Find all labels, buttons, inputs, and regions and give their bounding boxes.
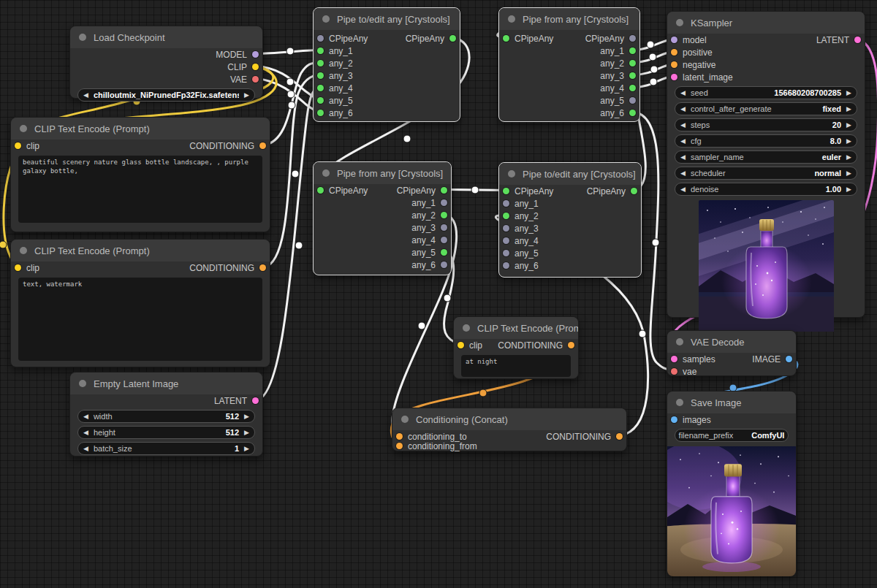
clip-text-encode-negative-input-clip[interactable] bbox=[15, 264, 21, 271]
graph-canvas[interactable]: Load CheckpointMODELCLIPVAE◀chilloutmix_… bbox=[0, 0, 877, 588]
collapse-circle-icon[interactable] bbox=[676, 399, 683, 406]
ksampler-widget-control_after_generate[interactable]: ◀control_after_generatefixed▶ bbox=[675, 102, 857, 115]
pipe-to-edit-any-top-input-any_2[interactable] bbox=[317, 60, 324, 66]
empty-latent-image-widget-height[interactable]: ◀height512▶ bbox=[77, 426, 255, 439]
vae-decode-input-vae[interactable] bbox=[671, 368, 677, 375]
pipe-to-edit-any-mid-input-any_2[interactable] bbox=[503, 213, 509, 219]
ksampler-input-negative[interactable] bbox=[671, 61, 677, 68]
increment-arrow-icon[interactable]: ▶ bbox=[244, 91, 249, 99]
pipe-to-edit-any-top-input-any_1[interactable] bbox=[317, 47, 324, 54]
save-image[interactable]: Save Imageimagesfilename_prefixComfyUI bbox=[667, 391, 797, 576]
ksampler-widget-sampler_name[interactable]: ◀sampler_nameeuler▶ bbox=[675, 150, 857, 164]
increment-arrow-icon[interactable]: ▶ bbox=[244, 429, 249, 436]
increment-arrow-icon[interactable]: ▶ bbox=[846, 186, 851, 193]
pipe-to-edit-any-mid-input-any_5[interactable] bbox=[503, 250, 509, 256]
pipe-to-edit-any-mid-input-any_3[interactable] bbox=[503, 225, 509, 232]
pipe-to-edit-any-top-input-any_6[interactable] bbox=[317, 110, 324, 116]
ksampler-widget-steps[interactable]: ◀steps20▶ bbox=[675, 118, 857, 131]
clip-text-encode-positive-header[interactable]: CLIP Text Encode (Prompt) bbox=[11, 118, 270, 140]
vae-decode[interactable]: VAE DecodesamplesIMAGEvae bbox=[667, 330, 797, 376]
pipe-from-any-mid-header[interactable]: Pipe from any [Crystools] bbox=[314, 162, 451, 184]
load-checkpoint[interactable]: Load CheckpointMODELCLIPVAE◀chilloutmix_… bbox=[69, 26, 263, 99]
decrement-arrow-icon[interactable]: ◀ bbox=[680, 153, 686, 161]
collapse-circle-icon[interactable] bbox=[322, 169, 330, 177]
pipe-from-any-mid-output-any_4[interactable] bbox=[441, 237, 447, 243]
pipe-from-any-top-output-any_1[interactable] bbox=[629, 47, 636, 54]
pipe-from-any-top-input-CPipeAny[interactable] bbox=[503, 35, 509, 42]
decrement-arrow-icon[interactable]: ◀ bbox=[83, 413, 88, 420]
collapse-circle-icon[interactable] bbox=[20, 125, 27, 132]
clip-text-encode-night-input-clip[interactable] bbox=[458, 342, 464, 348]
conditioning-concat-input-conditioning_to[interactable] bbox=[396, 433, 403, 440]
collapse-circle-icon[interactable] bbox=[676, 338, 683, 345]
pipe-to-edit-any-mid-input-CPipeAny[interactable] bbox=[503, 188, 509, 194]
clip-text-encode-positive-input-clip[interactable] bbox=[15, 142, 21, 149]
pipe-to-edit-any-mid[interactable]: Pipe to/edit any [Crystools]CPipeAnyCPip… bbox=[498, 162, 642, 278]
decrement-arrow-icon[interactable]: ◀ bbox=[83, 91, 88, 99]
decrement-arrow-icon[interactable]: ◀ bbox=[680, 89, 686, 96]
pipe-to-edit-any-top-input-any_4[interactable] bbox=[317, 85, 324, 91]
pipe-to-edit-any-top-output-CPipeAny[interactable] bbox=[449, 35, 456, 42]
clip-text-encode-night-prompt-textarea[interactable]: at night bbox=[461, 355, 571, 377]
collapse-circle-icon[interactable] bbox=[508, 15, 515, 23]
conditioning-concat[interactable]: Conditioning (Concat)conditioning_toCOND… bbox=[392, 408, 627, 451]
clip-text-encode-positive[interactable]: CLIP Text Encode (Prompt)clipCONDITIONIN… bbox=[10, 117, 270, 232]
collapse-circle-icon[interactable] bbox=[676, 19, 683, 26]
pipe-to-edit-any-top-input-any_3[interactable] bbox=[317, 72, 324, 79]
empty-latent-image-output-LATENT[interactable] bbox=[252, 397, 259, 404]
pipe-from-any-top-output-any_2[interactable] bbox=[629, 60, 636, 66]
pipe-from-any-mid[interactable]: Pipe from any [Crystools]CPipeAnyCPipeAn… bbox=[313, 161, 452, 275]
collapse-circle-icon[interactable] bbox=[508, 170, 515, 177]
empty-latent-image-header[interactable]: Empty Latent Image bbox=[70, 373, 262, 394]
decrement-arrow-icon[interactable]: ◀ bbox=[680, 137, 686, 145]
conditioning-concat-output-CONDITIONING[interactable] bbox=[616, 433, 623, 440]
pipe-from-any-top-output-any_4[interactable] bbox=[629, 85, 636, 91]
pipe-to-edit-any-top-input-any_5[interactable] bbox=[317, 97, 324, 104]
pipe-from-any-mid-output-any_6[interactable] bbox=[441, 261, 447, 268]
save-image-widget-filename_prefix[interactable]: filename_prefixComfyUI bbox=[675, 429, 789, 442]
pipe-from-any-top-output-any_5[interactable] bbox=[629, 97, 636, 104]
empty-latent-image-widget-width[interactable]: ◀width512▶ bbox=[77, 410, 255, 423]
collapse-circle-icon[interactable] bbox=[463, 324, 470, 332]
decrement-arrow-icon[interactable]: ◀ bbox=[680, 121, 686, 129]
pipe-from-any-top[interactable]: Pipe from any [Crystools]CPipeAnyCPipeAn… bbox=[498, 7, 640, 122]
pipe-from-any-mid-output-any_2[interactable] bbox=[441, 212, 447, 218]
increment-arrow-icon[interactable]: ▶ bbox=[846, 169, 851, 177]
pipe-from-any-mid-output-any_5[interactable] bbox=[441, 249, 447, 256]
conditioning-concat-header[interactable]: Conditioning (Concat) bbox=[392, 408, 626, 430]
empty-latent-image-widget-batch_size[interactable]: ◀batch_size1▶ bbox=[77, 442, 255, 455]
increment-arrow-icon[interactable]: ▶ bbox=[846, 89, 851, 96]
conditioning-concat-input-conditioning_from[interactable] bbox=[396, 443, 403, 449]
clip-text-encode-positive-output-CONDITIONING[interactable] bbox=[259, 142, 266, 149]
load-checkpoint-header[interactable]: Load Checkpoint bbox=[70, 26, 262, 48]
ksampler-output-LATENT[interactable] bbox=[854, 37, 861, 43]
decrement-arrow-icon[interactable]: ◀ bbox=[680, 169, 686, 177]
increment-arrow-icon[interactable]: ▶ bbox=[846, 105, 851, 112]
pipe-to-edit-any-top-input-CPipeAny[interactable] bbox=[317, 35, 324, 42]
pipe-from-any-mid-output-any_1[interactable] bbox=[441, 199, 447, 206]
ksampler-input-latent_image[interactable] bbox=[671, 74, 677, 80]
increment-arrow-icon[interactable]: ▶ bbox=[244, 445, 249, 452]
pipe-to-edit-any-mid-input-any_1[interactable] bbox=[503, 200, 509, 207]
load-checkpoint-output-CLIP[interactable] bbox=[252, 64, 259, 70]
save-image-input-images[interactable] bbox=[671, 416, 677, 423]
vae-decode-header[interactable]: VAE Decode bbox=[667, 331, 796, 353]
ksampler-header[interactable]: KSampler bbox=[667, 12, 865, 34]
clip-text-encode-negative-prompt-textarea[interactable]: text, watermark bbox=[18, 278, 262, 361]
decrement-arrow-icon[interactable]: ◀ bbox=[680, 186, 686, 193]
clip-text-encode-negative-output-CONDITIONING[interactable] bbox=[259, 264, 266, 271]
ksampler-widget-denoise[interactable]: ◀denoise1.00▶ bbox=[675, 183, 857, 196]
clip-text-encode-night[interactable]: CLIP Text Encode (Prompt)clipCONDITIONIN… bbox=[453, 316, 579, 379]
save-image-header[interactable]: Save Image bbox=[667, 392, 796, 413]
load-checkpoint-output-VAE[interactable] bbox=[252, 76, 259, 83]
pipe-from-any-top-output-any_3[interactable] bbox=[629, 72, 636, 79]
load-checkpoint-widget-value[interactable]: ◀chilloutmix_NiPrunedFp32Fix.safetensors… bbox=[77, 88, 255, 102]
empty-latent-image[interactable]: Empty Latent ImageLATENT◀width512▶◀heigh… bbox=[69, 372, 263, 457]
collapse-circle-icon[interactable] bbox=[20, 247, 27, 254]
decrement-arrow-icon[interactable]: ◀ bbox=[83, 445, 88, 452]
pipe-from-any-top-header[interactable]: Pipe from any [Crystools] bbox=[499, 8, 639, 30]
ksampler-input-model[interactable] bbox=[671, 37, 677, 43]
pipe-to-edit-any-mid-header[interactable]: Pipe to/edit any [Crystools] bbox=[499, 163, 641, 185]
vae-decode-input-samples[interactable] bbox=[671, 356, 677, 362]
increment-arrow-icon[interactable]: ▶ bbox=[244, 413, 249, 420]
